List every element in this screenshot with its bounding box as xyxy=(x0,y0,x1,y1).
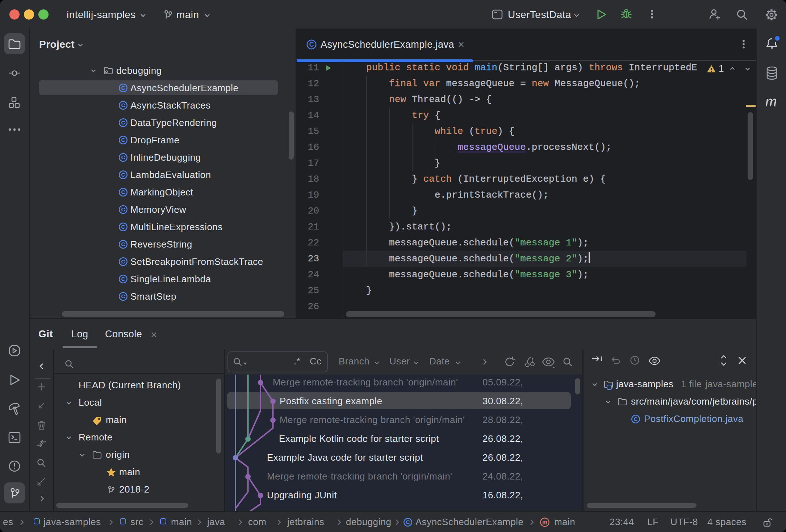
svg-text:C: C xyxy=(121,154,125,160)
svg-text:C: C xyxy=(121,189,125,195)
svg-text:C: C xyxy=(121,258,125,265)
svg-text:C: C xyxy=(121,137,125,143)
svg-text:C: C xyxy=(121,119,125,126)
svg-text:m: m xyxy=(542,519,547,525)
svg-text:C: C xyxy=(121,206,125,212)
svg-text:C: C xyxy=(121,241,125,247)
svg-text:C: C xyxy=(634,416,637,422)
svg-text:C: C xyxy=(121,85,125,91)
svg-text:C: C xyxy=(121,293,125,299)
svg-text:C: C xyxy=(121,276,125,282)
svg-text:C: C xyxy=(406,519,410,525)
svg-text:C: C xyxy=(121,102,125,108)
svg-text:C: C xyxy=(121,172,125,178)
svg-text:C: C xyxy=(121,224,125,230)
svg-text:C: C xyxy=(309,41,314,48)
